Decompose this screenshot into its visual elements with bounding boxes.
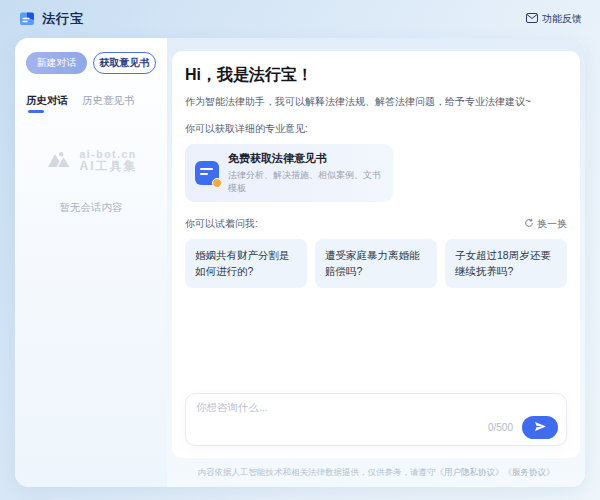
get-opinion-button[interactable]: 获取意见书 — [93, 52, 156, 74]
opinion-card-subtitle: 法律分析、解决措施、相似案例、文书模板 — [228, 169, 383, 195]
opinion-section-label: 你可以获取详细的专业意见: — [185, 122, 567, 136]
suggestions-label: 你可以试着问我: — [185, 217, 258, 231]
content-card: Hi，我是法行宝！ 作为智能法律助手，我可以解释法律法规、解答法律问题，给予专业… — [172, 51, 580, 458]
mail-icon — [526, 13, 538, 25]
tab-history-opinions[interactable]: 历史意见书 — [82, 94, 135, 113]
disclaimer-text: 内容依据人工智能技术和相关法律数据提供，仅供参考，请遵守 — [198, 467, 436, 479]
refresh-label: 换一换 — [537, 217, 567, 231]
send-icon — [534, 420, 547, 435]
app-logo-icon — [18, 11, 36, 27]
suggestions-header: 你可以试着问我: 换一换 — [185, 217, 567, 231]
magnifier-badge-icon — [212, 178, 222, 188]
watermark-name: AI工具集 — [80, 160, 138, 173]
suggested-question-3[interactable]: 子女超过18周岁还要继续抚养吗? — [445, 239, 567, 288]
history-tabs: 历史对话 历史意见书 — [26, 94, 156, 113]
empty-conversations-text: 暂无会话内容 — [26, 201, 156, 215]
tab-history-chats[interactable]: 历史对话 — [26, 94, 68, 113]
legal-document-icon — [195, 161, 219, 185]
privacy-policy-link[interactable]: 《用户隐私协议》 — [436, 467, 504, 479]
watermark: ai-bot.cn AI工具集 — [26, 147, 156, 175]
free-opinion-card[interactable]: 免费获取法律意见书 法律分析、解决措施、相似案例、文书模板 — [185, 144, 393, 202]
message-composer: 0/500 — [185, 393, 567, 446]
sidebar: 新建对话 获取意见书 历史对话 历史意见书 ai-bot.cn AI工具集 暂无… — [15, 38, 167, 487]
suggested-question-1[interactable]: 婚姻共有财产分割是如何进行的? — [185, 239, 307, 288]
service-agreement-link[interactable]: 《服务协议》 — [504, 467, 555, 479]
disclaimer: 内容依据人工智能技术和相关法律数据提供，仅供参考，请遵守 《用户隐私协议》 《服… — [172, 458, 580, 487]
feedback-label: 功能反馈 — [542, 12, 582, 26]
suggested-questions: 婚姻共有财产分割是如何进行的? 遭受家庭暴力离婚能赔偿吗? 子女超过18周岁还要… — [185, 239, 567, 288]
new-chat-button[interactable]: 新建对话 — [26, 52, 87, 74]
feedback-button[interactable]: 功能反馈 — [526, 12, 582, 26]
greeting-description: 作为智能法律助手，我可以解释法律法规、解答法律问题，给予专业法律建议~ — [185, 95, 567, 109]
main-area: Hi，我是法行宝！ 作为智能法律助手，我可以解释法律法规、解答法律问题，给予专业… — [167, 38, 585, 487]
refresh-suggestions-button[interactable]: 换一换 — [524, 217, 567, 231]
send-button[interactable] — [522, 416, 558, 439]
app-title: 法行宝 — [42, 10, 84, 28]
app-window: 新建对话 获取意见书 历史对话 历史意见书 ai-bot.cn AI工具集 暂无… — [15, 38, 585, 487]
greeting-title: Hi，我是法行宝！ — [185, 65, 567, 86]
top-bar: 法行宝 功能反馈 — [0, 0, 600, 38]
refresh-icon — [524, 218, 534, 230]
opinion-card-title: 免费获取法律意见书 — [228, 151, 383, 166]
brand: 法行宝 — [18, 10, 84, 28]
char-counter: 0/500 — [488, 422, 513, 433]
chat-input[interactable] — [196, 401, 448, 421]
aibot-logo-icon — [45, 147, 75, 175]
suggested-question-2[interactable]: 遭受家庭暴力离婚能赔偿吗? — [315, 239, 437, 288]
